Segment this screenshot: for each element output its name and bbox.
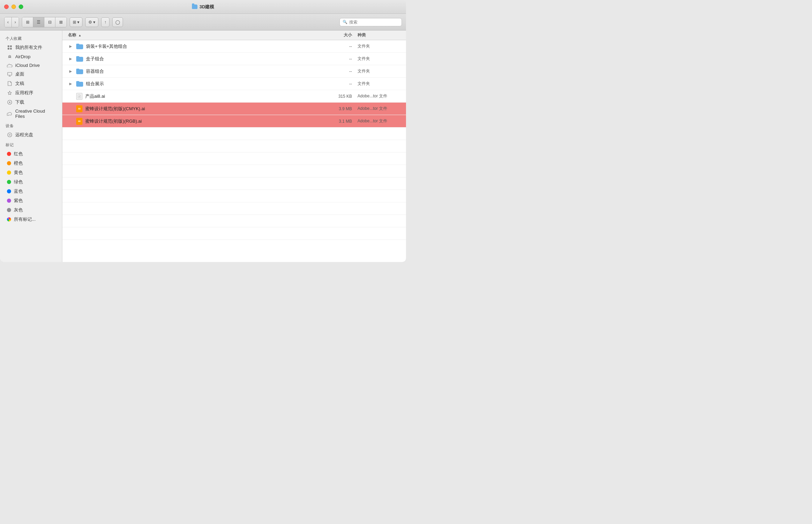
- folder-icon: [76, 81, 83, 87]
- file-kind: 文件夹: [352, 43, 400, 49]
- file-size: --: [324, 44, 352, 49]
- svg-point-10: [9, 134, 10, 136]
- tag-green-label: 绿色: [14, 179, 23, 185]
- file-name-text: 产品ai8.ai: [85, 93, 105, 99]
- file-name-text: 蜜蜂设计规范(初版)(CMYK).ai: [85, 106, 145, 112]
- file-size: --: [324, 81, 352, 86]
- sidebar-item-tag-orange[interactable]: 橙色: [1, 159, 61, 168]
- arrange-icon: ⊞: [73, 20, 76, 25]
- tag-orange-label: 橙色: [14, 160, 23, 166]
- sidebar-item-documents[interactable]: 文稿: [1, 79, 61, 88]
- table-row[interactable]: ▶ 产品ai8.ai 315 KB Adobe...tor 文件: [62, 90, 406, 103]
- window-controls: [4, 5, 23, 9]
- file-row-name: ▶ 盒子组合: [68, 56, 324, 62]
- tag-button[interactable]: ◯: [112, 17, 123, 27]
- action-arrow: ▾: [93, 20, 95, 25]
- share-button[interactable]: ↑: [101, 17, 109, 27]
- creative-cloud-icon: [7, 111, 12, 116]
- nav-buttons: ‹ ›: [4, 17, 19, 27]
- column-view-icon: ⊟: [48, 20, 52, 25]
- sidebar-item-tag-green[interactable]: 绿色: [1, 177, 61, 186]
- view-icon-button[interactable]: ⊞: [22, 17, 33, 27]
- all-tags-label: 所有标记...: [14, 216, 36, 222]
- forward-button[interactable]: ›: [12, 17, 19, 27]
- search-box[interactable]: 🔍: [339, 18, 402, 26]
- remote-disc-label: 远程光盘: [15, 132, 33, 138]
- airdrop-label: AirDrop: [15, 54, 30, 59]
- sidebar-item-tag-yellow[interactable]: 黄色: [1, 168, 61, 177]
- file-size: 3.9 MB: [324, 106, 352, 111]
- file-size: --: [324, 56, 352, 61]
- expand-toggle[interactable]: ▶: [68, 44, 73, 49]
- close-button[interactable]: [4, 5, 9, 9]
- sort-arrow: ▲: [78, 34, 81, 37]
- title-folder-icon: [192, 5, 197, 9]
- file-row-name: ▶ 组合展示: [68, 81, 324, 87]
- tag-yellow-label: 黄色: [14, 169, 23, 176]
- action-button[interactable]: ⚙ ▾: [85, 17, 98, 27]
- table-row[interactable]: ▶ 组合展示 -- 文件夹: [62, 78, 406, 90]
- icloud-icon: [7, 62, 12, 68]
- documents-label: 文稿: [15, 80, 24, 87]
- file-row-name: ▶ Ai 蜜蜂设计规范(初版)(RGB).ai: [68, 118, 324, 125]
- search-input[interactable]: [349, 20, 399, 25]
- sidebar-item-icloud[interactable]: iCloud Drive: [1, 61, 61, 69]
- arrange-arrow: ▾: [77, 20, 79, 25]
- table-row[interactable]: ▶ 盒子组合 -- 文件夹: [62, 53, 406, 65]
- file-name-text: 容器组合: [86, 68, 104, 75]
- sidebar-item-tag-red[interactable]: 红色: [1, 149, 61, 158]
- empty-row: [62, 227, 406, 240]
- table-row[interactable]: ▶ 容器组合 -- 文件夹: [62, 65, 406, 78]
- file-size: --: [324, 69, 352, 74]
- sidebar-item-creative-cloud[interactable]: Creative Cloud Files: [1, 107, 61, 120]
- sidebar-item-tag-blue[interactable]: 蓝色: [1, 187, 61, 196]
- window-title: 3D建模: [192, 4, 214, 10]
- empty-row: [62, 128, 406, 140]
- desktop-label: 桌面: [15, 71, 24, 77]
- airdrop-icon: [7, 54, 12, 59]
- file-row-name: ▶ 产品ai8.ai: [68, 93, 324, 100]
- sidebar-item-all-tags[interactable]: 所有标记...: [1, 215, 61, 224]
- folder-icon: [76, 69, 83, 74]
- column-size-header[interactable]: 大小: [324, 32, 352, 38]
- sidebar-item-desktop[interactable]: 桌面: [1, 70, 61, 79]
- table-row[interactable]: ▶ Ai 蜜蜂设计规范(初版)(CMYK).ai 3.9 MB Adobe...…: [62, 103, 406, 115]
- sidebar-item-myfiles[interactable]: 我的所有文件: [1, 43, 61, 52]
- back-button[interactable]: ‹: [5, 17, 12, 27]
- empty-row: [62, 215, 406, 227]
- svg-rect-0: [8, 45, 9, 47]
- sidebar-item-tag-purple[interactable]: 紫色: [1, 196, 61, 205]
- expand-toggle[interactable]: ▶: [68, 69, 73, 74]
- view-list-button[interactable]: ☰: [33, 17, 44, 27]
- sidebar-item-tag-gray[interactable]: 灰色: [1, 206, 61, 215]
- sidebar-item-applications[interactable]: 应用程序: [1, 88, 61, 97]
- doc-file-icon: [76, 93, 82, 100]
- expand-toggle[interactable]: ▶: [68, 56, 73, 62]
- view-column-button[interactable]: ⊟: [44, 17, 55, 27]
- folder-icon: [76, 44, 83, 49]
- back-icon: ‹: [7, 20, 9, 25]
- arrange-button[interactable]: ⊞ ▾: [70, 17, 82, 27]
- expand-toggle[interactable]: ▶: [68, 81, 73, 87]
- minimize-button[interactable]: [11, 5, 16, 9]
- gallery-view-icon: ⊠: [59, 20, 63, 25]
- sidebar-item-airdrop[interactable]: AirDrop: [1, 52, 61, 61]
- tag-icon: ◯: [115, 20, 120, 25]
- sidebar-item-remote-disc[interactable]: 远程光盘: [1, 130, 61, 139]
- tag-blue-dot: [7, 189, 11, 193]
- table-row[interactable]: ▶ Ai 蜜蜂设计规范(初版)(RGB).ai 3.1 MB Adobe...t…: [62, 115, 406, 128]
- file-kind: Adobe...tor 文件: [352, 93, 400, 99]
- table-row[interactable]: ▶ 袋装+卡装+其他组合 -- 文件夹: [62, 40, 406, 53]
- sidebar-item-downloads[interactable]: 下载: [1, 98, 61, 107]
- file-kind: 文件夹: [352, 56, 400, 62]
- view-gallery-button[interactable]: ⊠: [55, 17, 67, 27]
- gear-icon: ⚙: [88, 20, 92, 25]
- downloads-icon: [7, 99, 12, 105]
- column-kind-header[interactable]: 种类: [352, 32, 400, 38]
- file-list: 名称 ▲ 大小 种类 ▶ 袋装+卡装+其他组合: [62, 30, 406, 262]
- file-row-name: ▶ 袋装+卡装+其他组合: [68, 43, 324, 50]
- file-size: 315 KB: [324, 94, 352, 99]
- maximize-button[interactable]: [19, 5, 23, 9]
- empty-row: [62, 177, 406, 190]
- column-name-header[interactable]: 名称 ▲: [68, 32, 324, 38]
